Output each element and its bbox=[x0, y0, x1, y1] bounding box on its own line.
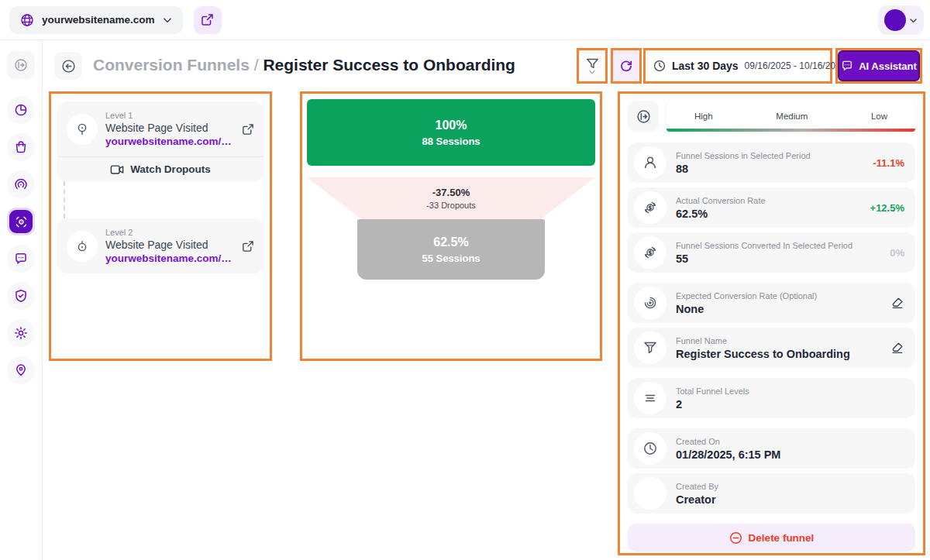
sidebar-item-feedback[interactable] bbox=[7, 245, 35, 273]
user-menu[interactable] bbox=[878, 5, 924, 35]
creator-avatar bbox=[634, 477, 666, 510]
ai-assistant-label: AI Assistant bbox=[859, 60, 917, 72]
dropout-count: -33 Dropouts bbox=[426, 201, 476, 210]
watch-dropouts-label: Watch Dropouts bbox=[130, 163, 211, 175]
spiral-target-icon bbox=[634, 287, 666, 319]
collapse-panel-button[interactable] bbox=[628, 101, 659, 132]
level-url-link[interactable]: yourwebsitename.com/register bbox=[105, 136, 234, 147]
currency-exchange-icon bbox=[634, 191, 666, 224]
chat-icon bbox=[14, 252, 28, 266]
map-pin-icon bbox=[14, 363, 28, 377]
website-selector[interactable]: yourwebsitename.com bbox=[9, 6, 183, 34]
stat-value: 62.5% bbox=[676, 208, 861, 220]
avatar bbox=[884, 9, 906, 31]
clock-icon bbox=[634, 432, 666, 465]
external-link-icon[interactable] bbox=[242, 123, 254, 136]
date-range-selector[interactable]: Last 30 Days 09/16/2025 - 10/16/2025 bbox=[643, 48, 832, 84]
stat-label: Created On bbox=[676, 437, 904, 446]
stage-2-percent: 62.5% bbox=[433, 235, 468, 249]
website-name: yourwebsitename.com bbox=[42, 14, 155, 26]
sidebar-item-sessions[interactable] bbox=[7, 170, 35, 198]
edit-expected-rate-button[interactable] bbox=[890, 296, 904, 310]
external-link-icon bbox=[201, 13, 214, 26]
funnel-stage-2[interactable]: 62.5% 55 Sessions bbox=[357, 219, 545, 280]
stage-1-sessions: 88 Sessions bbox=[422, 136, 480, 147]
ai-assistant-container: AI Assistant bbox=[835, 48, 922, 84]
shield-check-icon bbox=[14, 289, 28, 303]
stat-value: None bbox=[676, 303, 881, 315]
sidebar bbox=[0, 40, 43, 560]
level-label: Level 1 bbox=[105, 111, 234, 120]
sidebar-item-settings[interactable] bbox=[7, 319, 35, 347]
level-connector-line bbox=[64, 181, 65, 218]
ai-assistant-button[interactable]: AI Assistant bbox=[838, 50, 920, 81]
watch-dropouts-button[interactable]: Watch Dropouts bbox=[57, 156, 264, 181]
stat-text: Expected Conversion Rate (Optional) None bbox=[676, 291, 881, 315]
panel-collapse-icon bbox=[636, 109, 651, 124]
edit-funnel-name-button[interactable] bbox=[890, 341, 904, 355]
level-1-info: Level 1 Website Page Visited yourwebsite… bbox=[57, 101, 264, 156]
shopping-bag-icon bbox=[14, 140, 28, 154]
legend-labels: High Medium Low bbox=[666, 102, 915, 130]
external-link-icon[interactable] bbox=[242, 240, 254, 253]
level-url-link[interactable]: yourwebsitename.com/activa... bbox=[105, 253, 234, 264]
levels-icon bbox=[634, 382, 666, 414]
back-arrow-icon bbox=[61, 59, 76, 74]
funnel-chart-panel: 100% 88 Sessions -37.50% -33 Dropouts 62… bbox=[300, 91, 602, 361]
stat-label: Funnel Sessions in Selected Period bbox=[676, 151, 864, 160]
open-website-button[interactable] bbox=[194, 6, 222, 34]
level-event: Website Page Visited bbox=[105, 239, 234, 251]
stat-row-expected-rate: Expected Conversion Rate (Optional) None bbox=[628, 283, 915, 323]
date-range-label: Last 30 Days bbox=[672, 60, 739, 72]
back-button[interactable] bbox=[54, 52, 82, 80]
funnel-stage-1[interactable]: 100% 88 Sessions bbox=[307, 99, 595, 166]
legend-medium: Medium bbox=[776, 112, 808, 121]
stat-text: Funnel Sessions Converted In Selected Pe… bbox=[676, 241, 880, 265]
dropout-percent: -37.50% bbox=[432, 187, 470, 198]
target-dot-icon bbox=[67, 231, 98, 262]
sidebar-item-analytics[interactable] bbox=[7, 96, 35, 124]
stat-row-funnel-name: Funnel Name Register Success to Onboardi… bbox=[628, 328, 915, 368]
delete-funnel-label: Delete funnel bbox=[749, 532, 815, 544]
focus-icon bbox=[9, 210, 33, 233]
stat-text: Funnel Name Register Success to Onboardi… bbox=[676, 336, 881, 360]
sidebar-item-ecommerce[interactable] bbox=[7, 133, 35, 161]
date-range-value: 09/16/2025 - 10/16/2025 bbox=[745, 60, 846, 71]
stat-row-total-levels: Total Funnel Levels 2 bbox=[628, 378, 915, 418]
stat-row-created-by: Created By Creator bbox=[628, 473, 915, 514]
top-bar: yourwebsitename.com bbox=[0, 0, 930, 40]
stat-value: 55 bbox=[676, 253, 880, 265]
legend-gradient-bar bbox=[666, 129, 915, 132]
stat-label: Funnel Name bbox=[676, 336, 881, 345]
delta-badge: 0% bbox=[890, 247, 904, 259]
sidebar-toggle-button[interactable] bbox=[7, 51, 35, 79]
details-header: High Medium Low bbox=[628, 101, 915, 132]
sidebar-items bbox=[7, 96, 35, 384]
delete-funnel-button[interactable]: Delete funnel bbox=[628, 524, 915, 551]
stat-label: Funnel Sessions Converted In Selected Pe… bbox=[676, 241, 880, 250]
breadcrumb-separator: / bbox=[250, 56, 264, 74]
stat-row-sessions: Funnel Sessions in Selected Period 88 -1… bbox=[628, 143, 915, 183]
legend-low: Low bbox=[871, 112, 887, 121]
sidebar-item-privacy[interactable] bbox=[7, 282, 35, 310]
panel-collapse-icon bbox=[14, 58, 28, 72]
filter-button[interactable] bbox=[577, 48, 608, 84]
legend-high: High bbox=[694, 112, 713, 121]
pie-chart-icon bbox=[14, 103, 28, 117]
chevron-down-icon bbox=[163, 17, 172, 23]
refresh-button[interactable] bbox=[611, 48, 642, 84]
breadcrumb-section[interactable]: Conversion Funnels bbox=[93, 56, 250, 74]
gauge-icon bbox=[14, 177, 28, 191]
funnel-levels-panel: Level 1 Website Page Visited yourwebsite… bbox=[49, 91, 272, 361]
stat-label: Expected Conversion Rate (Optional) bbox=[676, 291, 881, 301]
sidebar-item-journeys[interactable] bbox=[7, 356, 35, 384]
stage-1-percent: 100% bbox=[436, 119, 467, 132]
stat-value: Creator bbox=[676, 493, 904, 506]
sidebar-item-funnels[interactable] bbox=[7, 208, 35, 235]
stat-text: Actual Conversion Rate 62.5% bbox=[676, 196, 861, 220]
clock-icon bbox=[653, 60, 666, 72]
stat-label: Total Funnel Levels bbox=[676, 387, 904, 396]
stat-text: Total Funnel Levels 2 bbox=[676, 387, 904, 411]
funnel-dropout-segment[interactable]: -37.50% -33 Dropouts bbox=[307, 177, 595, 219]
level-1-text: Level 1 Website Page Visited yourwebsite… bbox=[105, 111, 234, 147]
